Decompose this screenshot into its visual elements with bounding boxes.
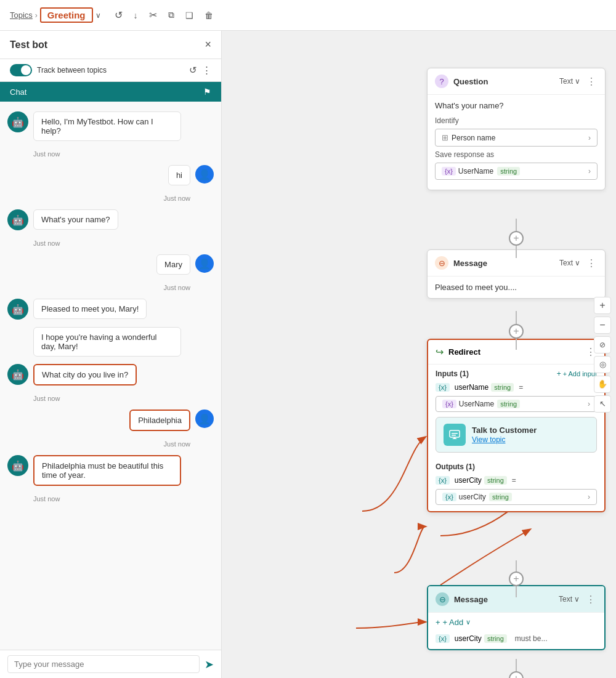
bot-time-5: Just now [7,395,214,402]
user-avatar-2: 👤 [195,254,214,273]
message-node-1-menu[interactable]: ⋮ [585,257,598,269]
add-chevron-icon: ∨ [466,618,471,626]
paste-button[interactable]: ❑ [182,8,197,23]
message-node-2-type[interactable]: Text ∨ [559,595,580,603]
input-save-field[interactable]: {x} UserName string › [436,396,597,412]
add-input-button[interactable]: + + Add input [557,369,597,378]
user-avatar-3: 👤 [195,410,214,428]
toggle-knob [21,65,31,75]
output-var-badge: {x} [436,476,450,485]
undo-button[interactable]: ↺ [111,7,126,23]
message-node-2-title: Message [454,595,554,604]
track-toggle[interactable] [10,64,32,76]
breadcrumb-separator: › [35,11,38,20]
zoom-controls: + − ⊘ ◎ ✋ ↖ [594,297,611,413]
cursor-tool-button[interactable]: ↖ [594,395,611,413]
chat-input[interactable] [7,655,200,673]
zoom-out-button[interactable]: − [594,317,611,334]
question-node: ? Question Text ∨ ⋮ What's your name? Id… [427,68,606,190]
view-topic-link[interactable]: View topic [472,435,505,444]
outputs-label: Outputs (1) [428,458,604,474]
message-node-1-type[interactable]: Text ∨ [559,259,580,267]
message-icon-1: ⊖ [435,256,448,270]
output-save-type-badge: string [489,493,512,501]
bot-bubble-6: Philadelphia must be beautiful this time… [33,455,181,486]
message-node-2-menu[interactable]: ⋮ [585,594,597,605]
track-row: Track between topics ↺ ⋮ [0,59,221,82]
question-text: What's your name? [435,101,598,110]
identify-field[interactable]: ⊞ Person name › [435,129,598,147]
track-label: Track between topics [37,66,107,75]
copy-button[interactable]: ⧉ [164,7,178,23]
redo-button[interactable]: ↓ [130,8,142,23]
chat-tab[interactable]: Chat ⚑ [0,82,221,102]
chat-messages: 🤖 Hello, I'm MyTestbot. How can I help? … [0,102,221,650]
question-icon: ? [435,75,448,88]
msg2-var-badge: {x} [436,634,450,643]
chevron-down-icon[interactable]: ∨ [95,11,101,20]
identify-label: Identify [435,116,598,125]
send-button[interactable]: ➤ [205,658,214,671]
msg2-type-chevron-icon: ∨ [574,595,580,603]
bot-message-3: 🤖 Pleased to meet you, Mary! [7,299,214,320]
eq-sign: = [519,383,523,392]
zoom-reset-button[interactable]: ⊘ [594,336,611,353]
connector-4 [516,660,517,671]
svg-rect-5 [452,433,458,434]
talk-customer-icon [444,424,466,446]
bot-time-6: Just now [7,495,214,502]
add-node-button-3[interactable]: + [509,571,524,586]
table-icon: ⊞ [442,133,448,142]
save-field[interactable]: {x} UserName string › [435,163,598,180]
cut-button[interactable]: ✂ [145,7,161,23]
add-node-button-2[interactable]: + [509,324,524,339]
save-var-name: UserName [458,167,493,176]
message-node-1-body: Pleased to meet you.... [428,276,605,298]
user-bubble-2: Mary [156,254,190,275]
add-label[interactable]: + Add [443,618,464,627]
bot-avatar-5: 🤖 [7,364,28,385]
question-node-title: Question [453,77,554,86]
message-icon-2: ⊖ [436,592,449,606]
add-row[interactable]: + + Add ∨ [428,613,604,632]
refresh-icon[interactable]: ↺ [189,65,197,76]
hand-tool-button[interactable]: ✋ [594,376,611,393]
add-node-button-1[interactable]: + [509,231,524,246]
toolbar: ↺ ↓ ✂ ⧉ ❑ 🗑 [111,7,217,23]
plus-1-container: + [509,219,524,258]
message-node-1-title: Message [453,259,554,268]
output-chevron-icon: › [588,493,590,501]
output-var-name: userCity [455,476,482,485]
track-icons: ↺ ⋮ [189,65,211,76]
output-save-field[interactable]: {x} userCity string › [436,489,597,505]
zoom-target-button[interactable]: ◎ [594,356,611,373]
connector-1 [516,219,517,231]
zoom-in-button[interactable]: + [594,297,611,314]
connector-2 [516,312,517,324]
flow-panel[interactable]: ? Question Text ∨ ⋮ What's your name? Id… [222,31,616,678]
more-icon[interactable]: ⋮ [202,65,211,76]
question-node-menu[interactable]: ⋮ [585,76,598,87]
bot-bubble-5: What city do you live in? [33,364,137,385]
add-node-button-4[interactable]: + [509,671,524,678]
bot-bubble-4: I hope you're having a wonderful day, Ma… [33,327,181,357]
output-save-badge: {x} [442,493,456,501]
bot-message-2: 🤖 What's your name? [7,209,214,230]
breadcrumb-topics[interactable]: Topics [10,10,33,20]
bot-time-1: Just now [7,150,214,158]
bot-bubble-3: Pleased to meet you, Mary! [33,299,147,319]
plus-3-container: + [509,560,524,597]
plus-4-container: + [509,660,524,678]
delete-button[interactable]: 🗑 [201,8,217,23]
talk-customer-box: Talk to Customer View topic [436,417,597,453]
chat-panel-header: Test bot × [0,31,221,59]
save-chevron-2-icon: › [588,400,590,408]
header: Topics › Greeting ∨ ↺ ↓ ✂ ⧉ ❑ 🗑 [0,0,616,31]
breadcrumb-current[interactable]: Greeting [40,7,93,23]
question-node-type[interactable]: Text ∨ [559,77,580,86]
save-var-badge: {x} [442,400,456,408]
talk-title: Talk to Customer [472,426,537,435]
close-button[interactable]: × [205,38,211,51]
save-label: Save response as [435,150,598,159]
output-save-name: userCity [459,493,486,501]
